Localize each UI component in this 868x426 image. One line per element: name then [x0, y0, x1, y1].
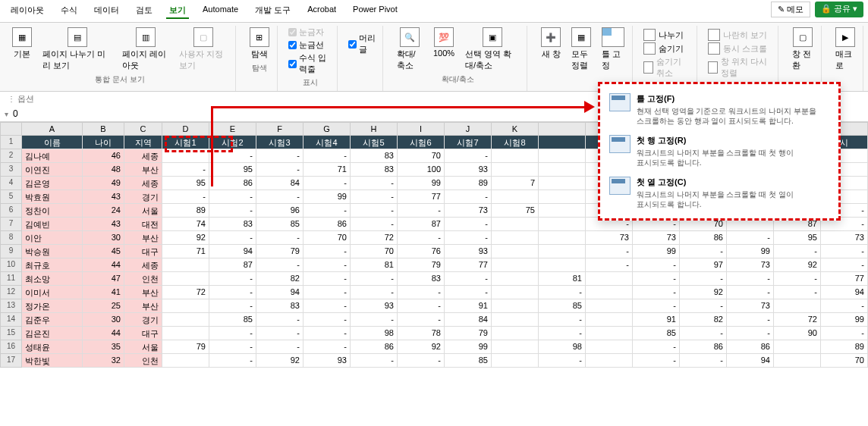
table-cell[interactable]: 77	[821, 272, 868, 286]
row-header[interactable]: 9	[0, 245, 22, 258]
table-cell[interactable]: -	[303, 286, 351, 299]
table-cell[interactable]: 98	[539, 340, 586, 354]
table-cell[interactable]	[162, 354, 209, 368]
tab-developer[interactable]: 개발 도구	[252, 3, 294, 19]
table-cell[interactable]: -	[633, 299, 680, 313]
table-cell[interactable]: 대전	[124, 218, 162, 231]
table-cell[interactable]: -	[680, 354, 727, 368]
row-header[interactable]: 17	[0, 354, 22, 368]
table-cell[interactable]: -	[445, 231, 492, 245]
table-cell[interactable]: 93	[351, 299, 398, 313]
table-cell[interactable]: 김준우	[22, 313, 83, 327]
table-cell[interactable]: -	[821, 245, 868, 258]
table-cell[interactable]: 82	[680, 313, 727, 327]
table-cell[interactable]: -	[821, 327, 868, 340]
table-cell[interactable]: 97	[680, 258, 727, 272]
table-cell[interactable]: -	[445, 286, 492, 299]
table-cell[interactable]: 부산	[124, 299, 162, 313]
table-cell[interactable]: 100	[398, 163, 445, 177]
column-header[interactable]: E	[209, 122, 256, 136]
table-cell[interactable]: 44	[83, 327, 124, 340]
tab-acrobat[interactable]: Acrobat	[304, 3, 339, 19]
table-cell[interactable]: 73	[727, 258, 774, 272]
table-cell[interactable]: 94	[727, 354, 774, 368]
normal-view-button[interactable]: ▦기본	[9, 26, 35, 61]
row-header[interactable]: 12	[0, 286, 22, 299]
table-cell[interactable]	[586, 272, 633, 286]
table-cell[interactable]: 43	[83, 218, 124, 231]
table-cell[interactable]: 83	[351, 163, 398, 177]
table-cell[interactable]: 92	[680, 286, 727, 299]
row-header[interactable]: 1	[0, 136, 22, 149]
table-cell[interactable]: 94	[821, 286, 868, 299]
table-cell[interactable]: -	[821, 299, 868, 313]
column-header[interactable]: F	[256, 122, 303, 136]
table-cell[interactable]: 72	[774, 313, 821, 327]
table-cell[interactable]: 부산	[124, 286, 162, 299]
table-cell[interactable]: 89	[821, 340, 868, 354]
table-cell[interactable]: 부산	[124, 163, 162, 177]
table-cell[interactable]: 이연진	[22, 163, 83, 177]
table-cell[interactable]: -	[209, 231, 256, 245]
tab-review[interactable]: 검토	[133, 3, 156, 19]
table-cell[interactable]: -	[303, 299, 351, 313]
table-cell[interactable]	[586, 299, 633, 313]
table-cell[interactable]: -	[303, 245, 351, 258]
table-cell[interactable]: 48	[83, 163, 124, 177]
table-header-cell[interactable]: 시험1	[162, 136, 209, 149]
table-cell[interactable]: -	[209, 340, 256, 354]
table-cell[interactable]: -	[445, 218, 492, 231]
table-cell[interactable]: 인천	[124, 354, 162, 368]
table-cell[interactable]: -	[303, 313, 351, 327]
table-header-cell[interactable]: 나이	[83, 136, 124, 149]
pagelayout-button[interactable]: ▥페이지 레이아웃	[119, 26, 171, 73]
tab-powerpivot[interactable]: Power Pivot	[350, 3, 401, 19]
table-cell[interactable]: -	[256, 340, 303, 354]
table-cell[interactable]: 25	[83, 299, 124, 313]
table-cell[interactable]: -	[351, 177, 398, 190]
table-cell[interactable]: 99	[727, 245, 774, 258]
table-cell[interactable]: -	[727, 327, 774, 340]
table-cell[interactable]: -	[209, 354, 256, 368]
table-cell[interactable]	[586, 327, 633, 340]
table-cell[interactable]	[539, 231, 586, 245]
table-cell[interactable]: -	[351, 204, 398, 218]
column-header[interactable]: G	[303, 122, 351, 136]
table-cell[interactable]: 이안	[22, 231, 83, 245]
table-cell[interactable]: 99	[633, 245, 680, 258]
table-cell[interactable]: 김은영	[22, 177, 83, 190]
select-all-corner[interactable]	[0, 122, 22, 136]
table-cell[interactable]: -	[680, 245, 727, 258]
column-header[interactable]: J	[445, 122, 492, 136]
hide-button[interactable]: 숨기기	[643, 42, 692, 55]
table-cell[interactable]: 91	[445, 299, 492, 313]
table-header-cell[interactable]: 이름	[22, 136, 83, 149]
table-cell[interactable]: 95	[162, 177, 209, 190]
table-cell[interactable]: 75	[492, 204, 539, 218]
table-cell[interactable]: -	[162, 163, 209, 177]
table-cell[interactable]: 김은진	[22, 327, 83, 340]
table-cell[interactable]: 86	[680, 231, 727, 245]
table-cell[interactable]	[492, 286, 539, 299]
table-cell[interactable]: 85	[539, 299, 586, 313]
table-cell[interactable]: 30	[83, 231, 124, 245]
table-cell[interactable]: 최소망	[22, 272, 83, 286]
table-cell[interactable]: 41	[83, 286, 124, 299]
headings-checkbox[interactable]: 머리글	[348, 32, 377, 56]
table-cell[interactable]	[539, 163, 586, 177]
table-cell[interactable]: 84	[445, 313, 492, 327]
table-cell[interactable]	[492, 299, 539, 313]
arrangeall-button[interactable]: ▦모두 정렬	[568, 26, 594, 73]
table-cell[interactable]: 김예빈	[22, 218, 83, 231]
table-cell[interactable]	[492, 231, 539, 245]
table-cell[interactable]: -	[539, 327, 586, 340]
table-cell[interactable]: 86	[680, 340, 727, 354]
table-cell[interactable]: 91	[633, 313, 680, 327]
table-cell[interactable]: 94	[209, 245, 256, 258]
zoom100-button[interactable]: 💯100%	[430, 26, 458, 59]
table-header-cell[interactable]: 시험7	[445, 136, 492, 149]
table-cell[interactable]: 45	[83, 245, 124, 258]
table-cell[interactable]: 김나예	[22, 149, 83, 163]
table-cell[interactable]: -	[774, 245, 821, 258]
table-cell[interactable]: -	[162, 190, 209, 204]
